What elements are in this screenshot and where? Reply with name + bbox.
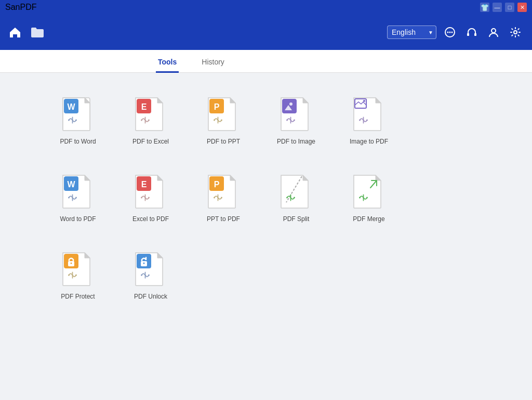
svg-point-11: [68, 120, 70, 121]
tab-tools[interactable]: Tools: [156, 53, 179, 73]
tool-pdf-protect[interactable]: PDF Protect: [42, 243, 114, 305]
close-button[interactable]: ✕: [517, 3, 527, 12]
tool-label-excel-to-pdf: Excel to PDF: [132, 215, 169, 223]
maximize-button[interactable]: □: [505, 3, 514, 12]
svg-point-60: [75, 275, 77, 276]
svg-point-27: [294, 120, 295, 121]
svg-point-21: [214, 120, 215, 121]
header-left: [8, 25, 45, 39]
user-icon[interactable]: [485, 24, 502, 41]
tool-pdf-to-ppt[interactable]: P PDF to PPT: [187, 88, 260, 150]
settings-icon[interactable]: [507, 24, 524, 41]
folder-icon[interactable]: [30, 26, 45, 38]
svg-point-22: [221, 120, 222, 121]
svg-point-31: [359, 120, 361, 121]
tab-bar: Tools History: [0, 50, 532, 73]
svg-text:W: W: [67, 180, 75, 189]
tool-pdf-to-word[interactable]: W PDF to Word: [42, 88, 114, 150]
svg-point-58: [71, 263, 72, 264]
tool-label-pdf-merge: PDF Merge: [353, 215, 384, 223]
app-title: SanPDF: [5, 3, 36, 12]
svg-point-54: [366, 197, 368, 199]
minimize-button[interactable]: —: [493, 3, 502, 12]
svg-point-26: [286, 120, 288, 121]
titlebar: SanPDF 👕 — □ ✕: [0, 0, 532, 15]
tool-pdf-to-image[interactable]: PDF to Image: [260, 88, 332, 150]
svg-text:E: E: [141, 102, 147, 111]
tool-label-ppt-to-pdf: PPT to PDF: [207, 215, 240, 223]
header: English Chinese Japanese ▼: [0, 15, 532, 50]
svg-point-42: [148, 197, 150, 199]
tool-label-pdf-unlock: PDF Unlock: [134, 293, 167, 300]
language-dropdown[interactable]: English Chinese Japanese: [387, 25, 436, 39]
svg-rect-24: [282, 99, 297, 113]
svg-point-53: [359, 197, 361, 199]
tool-pdf-split[interactable]: PDF Split: [260, 166, 332, 228]
svg-point-3: [451, 32, 453, 33]
header-right: English Chinese Japanese ▼: [387, 24, 524, 41]
tool-label-word-to-pdf: Word to PDF: [60, 215, 96, 223]
svg-point-17: [148, 120, 150, 121]
tab-history[interactable]: History: [200, 53, 227, 73]
tool-pdf-to-excel[interactable]: E PDF to Excel: [114, 88, 187, 150]
tools-row-1: W PDF to Word E: [42, 88, 490, 150]
svg-point-50: [286, 197, 288, 199]
main-content: W PDF to Word E: [0, 73, 532, 400]
tool-label-pdf-split: PDF Split: [283, 215, 310, 223]
window-controls: 👕 — □ ✕: [480, 3, 527, 12]
language-selector[interactable]: English Chinese Japanese ▼: [387, 25, 436, 39]
svg-rect-5: [474, 33, 476, 36]
tool-word-to-pdf[interactable]: W Word to PDF: [42, 166, 114, 228]
svg-point-25: [289, 102, 292, 106]
shirt-icon: 👕: [480, 3, 489, 12]
svg-point-32: [366, 120, 368, 121]
tool-label-pdf-to-ppt: PDF to PPT: [207, 138, 240, 145]
svg-point-30: [363, 100, 365, 102]
svg-text:W: W: [67, 102, 75, 111]
svg-point-65: [141, 275, 142, 276]
tool-excel-to-pdf[interactable]: E Excel to PDF: [114, 166, 187, 228]
svg-point-12: [75, 120, 77, 121]
svg-point-59: [68, 275, 70, 276]
tool-label-image-to-pdf: Image to PDF: [350, 138, 388, 145]
svg-point-46: [214, 197, 215, 199]
svg-text:P: P: [214, 180, 220, 189]
svg-point-7: [514, 31, 517, 34]
svg-point-36: [68, 197, 70, 199]
tool-image-to-pdf[interactable]: Image to PDF: [332, 88, 405, 150]
tool-pdf-merge[interactable]: PDF Merge: [332, 166, 405, 228]
svg-point-37: [75, 197, 77, 199]
svg-point-64: [143, 263, 145, 264]
svg-point-1: [447, 32, 449, 33]
tools-row-3: PDF Protect PDF Unloc: [42, 243, 490, 305]
chat-icon[interactable]: [442, 24, 458, 41]
tool-pdf-unlock[interactable]: PDF Unlock: [114, 243, 187, 305]
svg-text:P: P: [214, 102, 220, 111]
tool-label-pdf-to-excel: PDF to Excel: [132, 138, 169, 145]
svg-point-51: [294, 197, 295, 199]
svg-point-16: [141, 120, 142, 121]
svg-text:E: E: [141, 180, 147, 189]
svg-point-66: [148, 275, 150, 276]
home-icon[interactable]: [8, 25, 22, 39]
svg-rect-4: [467, 33, 469, 36]
svg-point-41: [141, 197, 142, 199]
tools-row-2: W Word to PDF E: [42, 166, 490, 228]
tool-label-pdf-to-image: PDF to Image: [277, 138, 315, 145]
headset-icon[interactable]: [463, 24, 480, 41]
tool-label-pdf-protect: PDF Protect: [61, 293, 95, 300]
svg-point-47: [221, 197, 222, 199]
svg-point-2: [449, 32, 451, 33]
tool-ppt-to-pdf[interactable]: P PPT to PDF: [187, 166, 260, 228]
svg-point-6: [491, 29, 496, 33]
tool-label-pdf-to-word: PDF to Word: [60, 138, 96, 145]
